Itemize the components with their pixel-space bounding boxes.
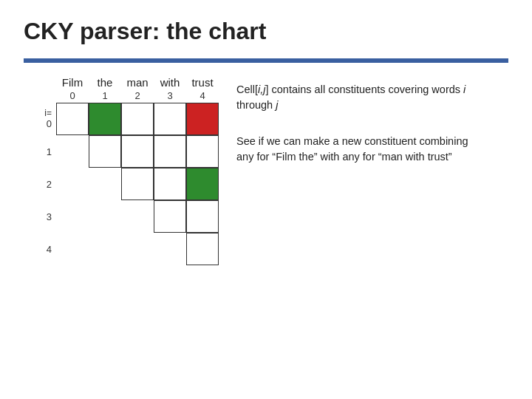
grid-area: i= 0 1 (24, 103, 219, 265)
table-row: 3 (24, 200, 219, 233)
page-title: CKY parser: the chart (24, 18, 508, 45)
cell-3-2 (121, 200, 154, 233)
cell-0-3 (154, 103, 186, 135)
row-label-2: 2 (24, 168, 56, 200)
cell-1-3 (154, 135, 186, 168)
cell-4-1 (89, 233, 121, 265)
row-label-1: 1 (24, 135, 56, 168)
row-num-0: 0 (47, 118, 52, 129)
cell-3-0 (56, 200, 89, 233)
row-label-3: 3 (24, 200, 56, 233)
cell-2-4 (186, 168, 219, 200)
table-row: 1 (24, 135, 219, 168)
content-area: Film the man with trust 0 1 2 3 4 i= (24, 76, 508, 384)
cell-0-1 (89, 103, 121, 135)
cell-4-3 (154, 233, 186, 265)
cell-3-3 (154, 200, 186, 233)
row-num-2: 2 (47, 179, 52, 190)
cell-1-2 (121, 135, 154, 168)
cell-3-1 (89, 200, 121, 233)
text-through: through (236, 99, 276, 111)
col-header-man: man (121, 76, 154, 90)
row-label-4: 4 (24, 233, 56, 265)
cell-1-0 (56, 135, 89, 168)
blue-divider (24, 58, 508, 63)
cell-2-2 (121, 168, 154, 200)
row-num-1: 1 (47, 146, 52, 157)
text-block-1: Cell[i,j] contains all constituents cove… (236, 82, 488, 113)
text-block-2: See if we can make a new constituent com… (236, 134, 488, 165)
cell-2-0 (56, 168, 89, 200)
j-val-4: 4 (186, 90, 219, 101)
cell-4-2 (121, 233, 154, 265)
col-header-trust: trust (186, 76, 219, 90)
cell-0-2 (121, 103, 154, 135)
row-num-3: 3 (47, 211, 52, 222)
cell-3-4 (186, 200, 219, 233)
cell-2-1 (89, 168, 121, 200)
row-num-4: 4 (47, 244, 52, 255)
col-headers: Film the man with trust (56, 76, 219, 90)
j-row: 0 1 2 3 4 (56, 90, 219, 101)
text-italic-i: i (463, 83, 466, 95)
cell-1-4 (186, 135, 219, 168)
chart-section: Film the man with trust 0 1 2 3 4 i= (24, 76, 219, 384)
i-label: i= (44, 109, 52, 118)
page: CKY parser: the chart Film the man with … (0, 0, 532, 399)
cell-0-0 (56, 103, 89, 135)
j-val-3: 3 (154, 90, 186, 101)
j-val-1: 1 (89, 90, 121, 101)
cell-2-3 (154, 168, 186, 200)
cell-1-1 (89, 135, 121, 168)
right-text-area: Cell[i,j] contains all constituents cove… (236, 76, 508, 384)
col-header-film: Film (56, 76, 89, 90)
j-val-0: 0 (56, 90, 89, 101)
text-italic-ij: i,j (258, 83, 265, 95)
cell-0-4 (186, 103, 219, 135)
text-cell-ij-pre: Cell[ (236, 83, 258, 95)
row-label-0: i= 0 (24, 103, 56, 135)
j-val-2: 2 (121, 90, 154, 101)
col-header-with: with (154, 76, 186, 90)
text-italic-j: j (276, 99, 278, 111)
col-header-the: the (89, 76, 121, 90)
text-cell-ij-post: ] contains all constituents covering wor… (266, 83, 464, 95)
table-row: 4 (24, 233, 219, 265)
cell-4-0 (56, 233, 89, 265)
table-row: i= 0 (24, 103, 219, 135)
table-row: 2 (24, 168, 219, 200)
cell-4-4 (186, 233, 219, 265)
